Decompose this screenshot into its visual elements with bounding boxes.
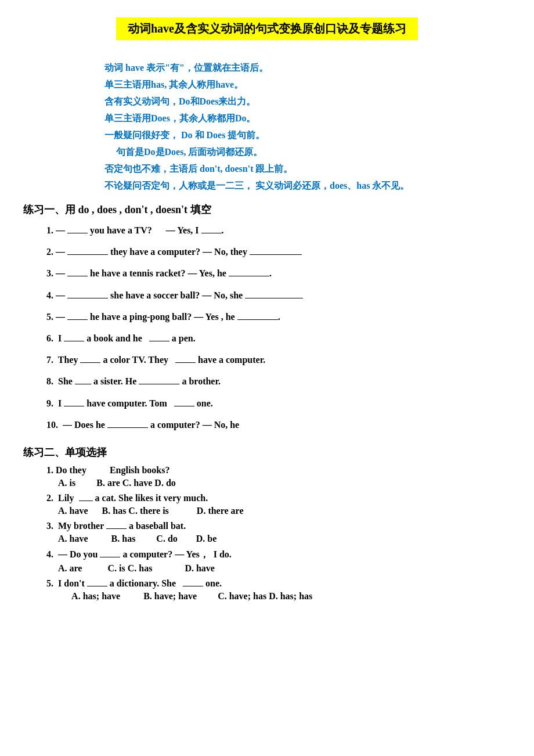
ex2-item4-q: 4. — Do you a computer? — Yes， I do. bbox=[46, 549, 511, 561]
intro-line-3: 含有实义动词句，Do和Does来出力。 bbox=[104, 96, 511, 108]
ex2-item2-q: 2. Lily a cat. She likes it very much. bbox=[46, 493, 511, 503]
ex2-item4-opts: A. are C. is C. has D. have bbox=[58, 563, 511, 574]
page-title: 动词have及含实义动词的句式变换原创口诀及专题练习 bbox=[116, 17, 418, 40]
ex1-item9: 9. I have computer. Tom one. bbox=[46, 395, 511, 411]
ex2-item5-opts: A. has; have B. have; have C. have; has … bbox=[58, 591, 511, 602]
ex2-item5-q: 5. I don't a dictionary. She one. bbox=[46, 578, 511, 589]
exercise1-list: 1. — you have a TV? — Yes, I . 2. — they… bbox=[46, 222, 511, 433]
intro-line-6: 句首是Do是Does, 后面动词都还原。 bbox=[116, 146, 511, 159]
section2-title: 练习二、单项选择 bbox=[23, 445, 511, 459]
title-wrapper: 动词have及含实义动词的句式变换原创口诀及专题练习 bbox=[23, 17, 511, 52]
intro-section: 动词 have 表示"有"，位置就在主语后。 单三主语用has, 其余人称用ha… bbox=[104, 62, 511, 192]
ex2-item2-opts: A. have B. has C. there is D. there are bbox=[58, 506, 511, 516]
section1-title: 练习一、用 do , does , don't , doesn't 填空 bbox=[23, 203, 511, 217]
ex2-item3-q: 3. My brother a baseball bat. bbox=[46, 521, 511, 531]
ex1-item6: 6. I a book and he a pen. bbox=[46, 330, 511, 346]
exercise2-list: 1. Do they English books? A. is B. are C… bbox=[23, 465, 511, 602]
ex1-item1: 1. — you have a TV? — Yes, I . bbox=[46, 222, 511, 238]
ex1-item4: 4. — she have a soccer ball? — No, she bbox=[46, 287, 511, 303]
intro-line-8: 不论疑问否定句，人称或是一二三， 实义动词必还原，does、has 永不见。 bbox=[104, 180, 511, 192]
ex2-item3-opts: A. have B. has C. do D. be bbox=[58, 534, 511, 544]
ex1-item2: 2. — they have a computer? — No, they bbox=[46, 244, 511, 260]
ex1-item7: 7. They a color TV. They have a computer… bbox=[46, 352, 511, 368]
ex1-item3: 3. — he have a tennis racket? — Yes, he … bbox=[46, 265, 511, 281]
intro-line-5: 一般疑问很好变， Do 和 Does 提句前。 bbox=[104, 129, 511, 142]
intro-line-2: 单三主语用has, 其余人称用have。 bbox=[104, 79, 511, 91]
ex2-item1-opts: A. is B. are C. have D. do bbox=[58, 478, 511, 488]
ex1-item5: 5. — he have a ping-pong ball? — Yes , h… bbox=[46, 309, 511, 325]
intro-line-1: 动词 have 表示"有"，位置就在主语后。 bbox=[104, 62, 511, 74]
intro-line-4: 单三主语用Does，其余人称都用Do。 bbox=[104, 113, 511, 125]
intro-line-7: 否定句也不难，主语后 don't, doesn't 跟上前。 bbox=[104, 163, 511, 175]
ex1-item8: 8. She a sister. He a brother. bbox=[46, 373, 511, 389]
ex1-item10: 10. — Does he a computer? — No, he bbox=[46, 417, 511, 433]
ex2-item1-q: 1. Do they English books? bbox=[46, 465, 511, 476]
